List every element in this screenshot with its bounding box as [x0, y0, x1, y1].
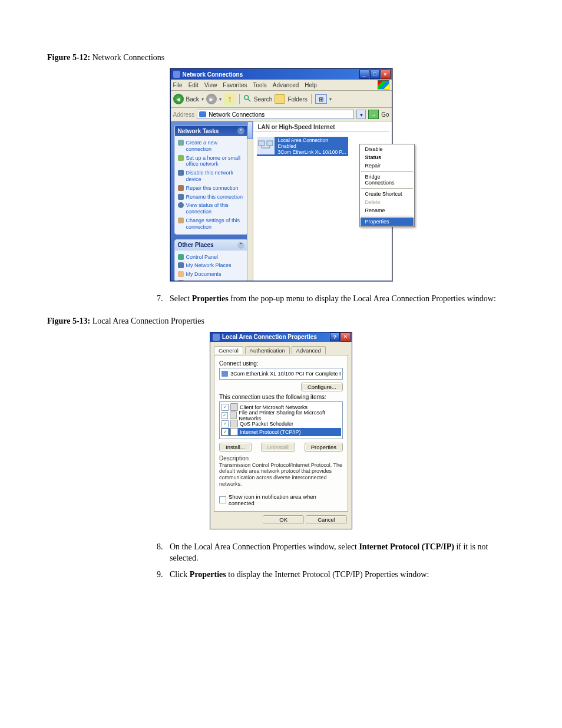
views-button[interactable]: ⊞ [315, 94, 327, 104]
step-9-bold: Properties [190, 570, 226, 579]
content-area: LAN or High-Speed Internet Local Area Co… [252, 121, 392, 281]
task-setup-network[interactable]: Set up a home or small office network [178, 154, 244, 169]
address-bar: Address Network Connections ▾ → Go [171, 108, 392, 121]
ctx-properties[interactable]: Properties [361, 218, 414, 226]
step-8-pre: On the Local Area Connection Properties … [170, 542, 359, 551]
task-create-connection[interactable]: Create a new connection [178, 139, 244, 154]
place-network-places[interactable]: My Network Places [178, 261, 244, 270]
repair-icon [178, 185, 184, 191]
nic-value: 3Com EtherLink XL 10/100 PCI For Complet… [230, 371, 340, 377]
connection-status: Enabled [278, 143, 346, 149]
checkbox[interactable]: ✓ [222, 412, 228, 419]
scrollbar[interactable] [247, 121, 253, 281]
item-file-sharing[interactable]: ✓ File and Printer Sharing for Microsoft… [221, 411, 341, 420]
menu-edit[interactable]: Edit [189, 82, 199, 88]
wizard-icon [178, 140, 184, 146]
figure-5-12-image: Network Connections _ □ × File Edit View… [47, 68, 515, 281]
side-panel: Network Tasks ˄ Create a new connection … [171, 121, 252, 281]
menu-favorites[interactable]: Favorites [223, 82, 247, 88]
item-tcpip[interactable]: ✓ Internet Protocol (TCP/IP) [221, 428, 341, 436]
address-field[interactable]: Network Connections [197, 110, 354, 119]
properties-button[interactable]: Properties [305, 443, 343, 452]
go-button[interactable]: → [368, 110, 379, 119]
menu-tools[interactable]: Tools [253, 82, 266, 88]
maximize-button[interactable]: □ [370, 70, 380, 79]
menu-advanced[interactable]: Advanced [273, 82, 299, 88]
tab-general[interactable]: General [214, 346, 243, 354]
task-repair[interactable]: Repair this connection [178, 184, 244, 193]
collapse-icon[interactable]: ˄ [237, 127, 244, 134]
task-disable-device[interactable]: Disable this network device [178, 169, 244, 184]
step-7-pre: Select [170, 294, 192, 303]
step-8-bold: Internet Protocol (TCP/IP) [359, 542, 454, 551]
place-control-panel[interactable]: Control Panel [178, 253, 244, 262]
configure-button[interactable]: Configure... [301, 383, 343, 391]
close-button[interactable]: × [381, 70, 391, 79]
address-dropdown-icon[interactable]: ▾ [356, 110, 366, 119]
show-icon-checkbox[interactable]: ✓ [219, 496, 226, 503]
disable-icon [178, 170, 184, 176]
search-icon[interactable] [243, 94, 252, 104]
task-rename[interactable]: Rename this connection [178, 193, 244, 202]
other-places-items: Control Panel My Network Places My Docum… [175, 251, 247, 281]
ctx-shortcut[interactable]: Create Shortcut [361, 190, 414, 198]
lac-properties-dialog: Local Area Connection Properties ? × Gen… [210, 332, 352, 529]
task-view-status[interactable]: View status of this connection [178, 201, 244, 216]
views-dropdown-icon[interactable]: ▾ [329, 97, 332, 102]
items-label: This connection uses the following items… [219, 394, 343, 400]
address-icon [199, 111, 206, 117]
checkbox[interactable]: ✓ [222, 420, 229, 427]
figure-5-12-label: Figure 5-12: [47, 53, 90, 62]
titlebar: Network Connections _ □ × [171, 69, 392, 80]
network-tasks-header[interactable]: Network Tasks ˄ [175, 126, 247, 136]
back-label: Back [186, 96, 199, 103]
qos-icon [230, 420, 238, 427]
scrollbar-thumb[interactable] [247, 121, 253, 139]
ctx-rename[interactable]: Rename [361, 206, 414, 215]
ctx-disable[interactable]: Disable [361, 145, 414, 153]
address-label: Address [173, 111, 195, 118]
place-my-documents[interactable]: My Documents [178, 270, 244, 279]
folders-label[interactable]: Folders [287, 96, 307, 103]
figure-5-13-label: Figure 5-13: [47, 317, 90, 325]
search-label[interactable]: Search [254, 96, 273, 103]
cancel-button[interactable]: Cancel [306, 515, 347, 524]
collapse-icon[interactable]: ˄ [237, 242, 244, 249]
place-my-computer[interactable]: My Computer [178, 279, 244, 281]
ok-button[interactable]: OK [263, 515, 304, 524]
install-button[interactable]: Install... [219, 443, 252, 452]
address-value: Network Connections [209, 111, 265, 118]
checkbox[interactable]: ✓ [222, 404, 229, 411]
client-icon [230, 403, 238, 411]
figure-5-13-title: Local Area Connection Properties [92, 317, 204, 325]
menu-help[interactable]: Help [305, 82, 317, 88]
svg-rect-3 [267, 141, 273, 146]
nic-field[interactable]: 3Com EtherLink XL 10/100 PCI For Complet… [219, 368, 343, 380]
forward-dropdown-icon[interactable]: ▾ [219, 97, 222, 102]
connect-using-label: Connect using: [219, 360, 343, 367]
close-button[interactable]: × [340, 332, 351, 342]
back-dropdown-icon[interactable]: ▾ [201, 97, 204, 102]
menu-file[interactable]: File [173, 82, 183, 88]
window-title: Network Connections [183, 71, 359, 78]
tab-authentication[interactable]: Authentication [245, 346, 290, 354]
forward-button[interactable]: ► [206, 94, 217, 104]
other-places-header[interactable]: Other Places ˄ [175, 240, 247, 251]
task-change-settings[interactable]: Change settings of this connection [178, 216, 244, 232]
help-button[interactable]: ? [330, 332, 340, 341]
separator [361, 171, 413, 172]
ctx-bridge[interactable]: Bridge Connections [361, 173, 414, 187]
ctx-delete: Delete [361, 198, 414, 206]
up-button[interactable]: ↥ [224, 93, 236, 105]
minimize-button[interactable]: _ [359, 70, 369, 79]
menu-view[interactable]: View [204, 82, 217, 88]
ctx-repair[interactable]: Repair [361, 162, 414, 170]
folders-icon[interactable] [275, 94, 285, 104]
checkbox[interactable]: ✓ [222, 429, 229, 436]
back-button[interactable]: ◄ [173, 94, 184, 104]
tab-advanced[interactable]: Advanced [292, 346, 326, 354]
ctx-status[interactable]: Status [361, 153, 414, 162]
items-list[interactable]: ✓ Client for Microsoft Networks ✓ File a… [219, 401, 343, 439]
local-area-connection-item[interactable]: Local Area Connection Enabled 3Com Ether… [257, 137, 348, 156]
toolbar: ◄ Back ▾ ► ▾ ↥ Search Folders ⊞ ▾ [171, 91, 392, 108]
